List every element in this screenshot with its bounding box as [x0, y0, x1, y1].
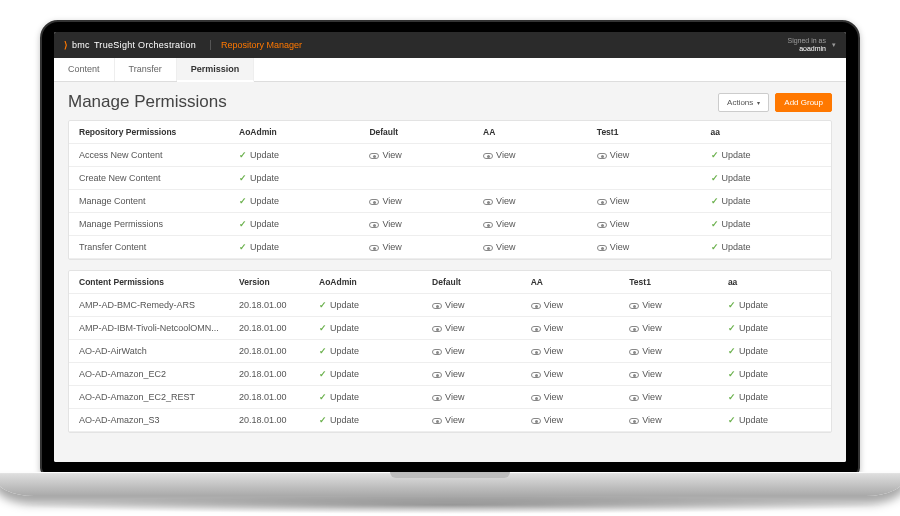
row-name[interactable]: AMP-AD-BMC-Remedy-ARS	[69, 294, 229, 317]
permission-cell[interactable]	[587, 167, 701, 190]
tab-content[interactable]: Content	[54, 58, 115, 81]
permission-cell[interactable]: View	[587, 144, 701, 167]
permission-cell[interactable]: View	[422, 294, 521, 317]
permission-cell[interactable]: ✓ Update	[309, 317, 422, 340]
table-row: Manage Content✓ Update View View View✓ U…	[69, 190, 831, 213]
permission-cell[interactable]: ✓ Update	[718, 317, 831, 340]
row-name[interactable]: AO-AD-Amazon_S3	[69, 409, 229, 432]
user-menu[interactable]: Signed in as aoadmin ▾	[787, 37, 836, 52]
permission-cell[interactable]: View	[521, 386, 620, 409]
row-version: 20.18.01.00	[229, 409, 309, 432]
permission-cell[interactable]: View	[619, 294, 718, 317]
permission-cell[interactable]: ✓ Update	[718, 363, 831, 386]
nav-tabs: ContentTransferPermission	[54, 58, 846, 82]
eye-icon	[483, 153, 493, 159]
row-name[interactable]: Transfer Content	[69, 236, 229, 259]
tab-transfer[interactable]: Transfer	[115, 58, 177, 81]
permission-cell[interactable]: ✓ Update	[701, 190, 831, 213]
permission-cell[interactable]	[473, 167, 587, 190]
permission-label: View	[445, 346, 464, 356]
row-name[interactable]: Access New Content	[69, 144, 229, 167]
eye-icon	[483, 245, 493, 251]
permission-cell[interactable]: ✓ Update	[309, 294, 422, 317]
permission-cell[interactable]: ✓ Update	[718, 386, 831, 409]
check-icon: ✓	[711, 173, 719, 183]
permission-label: Update	[722, 150, 751, 160]
permission-cell[interactable]: ✓ Update	[718, 340, 831, 363]
column-header[interactable]: aa	[701, 121, 831, 144]
permission-cell[interactable]: View	[521, 294, 620, 317]
row-name[interactable]: AO-AD-Amazon_EC2	[69, 363, 229, 386]
column-header[interactable]: AoAdmin	[309, 271, 422, 294]
column-header[interactable]: AA	[473, 121, 587, 144]
permission-cell[interactable]: View	[619, 386, 718, 409]
add-group-button[interactable]: Add Group	[775, 93, 832, 112]
check-icon: ✓	[319, 300, 327, 310]
column-header[interactable]: Default	[359, 121, 473, 144]
permission-cell[interactable]: View	[521, 340, 620, 363]
permission-cell[interactable]	[359, 167, 473, 190]
permission-cell[interactable]: View	[422, 317, 521, 340]
permission-cell[interactable]: View	[422, 386, 521, 409]
eye-icon	[483, 199, 493, 205]
eye-icon	[629, 303, 639, 309]
check-icon: ✓	[239, 150, 247, 160]
permission-cell[interactable]: View	[619, 340, 718, 363]
row-name[interactable]: AO-AD-Amazon_EC2_REST	[69, 386, 229, 409]
permission-cell[interactable]: ✓ Update	[718, 294, 831, 317]
tab-permission[interactable]: Permission	[177, 58, 255, 82]
permission-cell[interactable]: View	[473, 190, 587, 213]
permission-cell[interactable]: ✓ Update	[309, 409, 422, 432]
check-icon: ✓	[728, 392, 736, 402]
row-name[interactable]: AO-AD-AirWatch	[69, 340, 229, 363]
permission-label: Update	[250, 173, 279, 183]
permission-cell[interactable]: ✓ Update	[229, 236, 359, 259]
permission-cell[interactable]: ✓ Update	[701, 236, 831, 259]
permission-cell[interactable]: View	[619, 409, 718, 432]
permission-cell[interactable]: View	[473, 144, 587, 167]
permission-cell[interactable]: View	[587, 236, 701, 259]
permission-cell[interactable]: ✓ Update	[229, 213, 359, 236]
permission-cell[interactable]: ✓ Update	[229, 190, 359, 213]
column-header[interactable]: AA	[521, 271, 620, 294]
permission-cell[interactable]: View	[521, 409, 620, 432]
permission-cell[interactable]: View	[521, 363, 620, 386]
chevron-down-icon: ▾	[832, 41, 836, 49]
permission-cell[interactable]: ✓ Update	[701, 144, 831, 167]
column-header[interactable]: Test1	[619, 271, 718, 294]
permission-cell[interactable]: View	[359, 144, 473, 167]
column-header[interactable]: Test1	[587, 121, 701, 144]
column-header[interactable]: aa	[718, 271, 831, 294]
permission-cell[interactable]: View	[359, 236, 473, 259]
permission-cell[interactable]: View	[619, 317, 718, 340]
permission-cell[interactable]: ✓ Update	[701, 213, 831, 236]
actions-dropdown[interactable]: Actions ▾	[718, 93, 769, 112]
permission-cell[interactable]: ✓ Update	[701, 167, 831, 190]
row-name[interactable]: AMP-AD-IBM-Tivoli-NetcoolOMN...	[69, 317, 229, 340]
permission-cell[interactable]: View	[473, 213, 587, 236]
permission-cell[interactable]: View	[619, 363, 718, 386]
column-header[interactable]: Default	[422, 271, 521, 294]
permission-cell[interactable]: View	[587, 213, 701, 236]
permission-cell[interactable]: ✓ Update	[229, 144, 359, 167]
content-permissions-panel: Content PermissionsVersionAoAdminDefault…	[68, 270, 832, 433]
permission-cell[interactable]: View	[422, 409, 521, 432]
check-icon: ✓	[239, 173, 247, 183]
permission-cell[interactable]: ✓ Update	[229, 167, 359, 190]
permission-cell[interactable]: View	[422, 363, 521, 386]
permission-cell[interactable]: ✓ Update	[718, 409, 831, 432]
row-name[interactable]: Manage Permissions	[69, 213, 229, 236]
column-header[interactable]: AoAdmin	[229, 121, 359, 144]
permission-cell[interactable]: View	[521, 317, 620, 340]
permission-cell[interactable]: View	[422, 340, 521, 363]
permission-cell[interactable]: ✓ Update	[309, 363, 422, 386]
permission-cell[interactable]: View	[473, 236, 587, 259]
row-name[interactable]: Manage Content	[69, 190, 229, 213]
eye-icon	[597, 245, 607, 251]
permission-cell[interactable]: View	[359, 190, 473, 213]
row-name[interactable]: Create New Content	[69, 167, 229, 190]
permission-cell[interactable]: ✓ Update	[309, 340, 422, 363]
permission-cell[interactable]: View	[359, 213, 473, 236]
permission-cell[interactable]: View	[587, 190, 701, 213]
permission-cell[interactable]: ✓ Update	[309, 386, 422, 409]
